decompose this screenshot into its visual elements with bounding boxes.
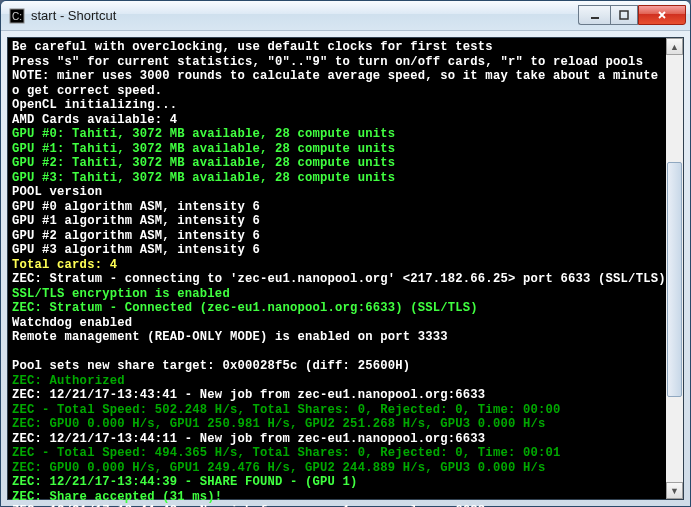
terminal-line: ZEC: GPU0 0.000 H/s, GPU1 250.981 H/s, G… (12, 417, 679, 432)
terminal-output: Be careful with overclocking, use defaul… (8, 38, 683, 507)
app-icon: C: (9, 8, 25, 24)
maximize-button[interactable] (610, 5, 638, 25)
terminal-line: GPU #3 algorithm ASM, intensity 6 (12, 243, 679, 258)
terminal-line: ZEC: Stratum - Connected (zec-eu1.nanopo… (12, 301, 679, 316)
window-title: start - Shortcut (31, 8, 578, 23)
scroll-down-button[interactable]: ▼ (666, 482, 683, 499)
terminal-line: ZEC: 12/21/17-13:44:11 - New job from ze… (12, 432, 679, 447)
scroll-track[interactable] (666, 55, 683, 482)
terminal-line: ZEC - Total Speed: 502.248 H/s, Total Sh… (12, 403, 679, 418)
terminal-line: GPU #3: Tahiti, 3072 MB available, 28 co… (12, 171, 679, 186)
terminal-line: ZEC: GPU0 0.000 H/s, GPU1 249.476 H/s, G… (12, 461, 679, 476)
terminal-line: GPU #2: Tahiti, 3072 MB available, 28 co… (12, 156, 679, 171)
client-area: Be careful with overclocking, use defaul… (7, 37, 684, 500)
terminal-line (12, 345, 679, 360)
terminal-line: GPU #2 algorithm ASM, intensity 6 (12, 229, 679, 244)
vertical-scrollbar[interactable]: ▲ ▼ (666, 38, 683, 499)
terminal-line: Total cards: 4 (12, 258, 679, 273)
minimize-button[interactable] (578, 5, 610, 25)
scroll-thumb[interactable] (667, 162, 682, 397)
app-window: C: start - Shortcut Be careful with over… (0, 0, 691, 507)
terminal-line: GPU #0 algorithm ASM, intensity 6 (12, 200, 679, 215)
terminal-line: OpenCL initializing... (12, 98, 679, 113)
terminal-line: ZEC - Total Speed: 494.365 H/s, Total Sh… (12, 446, 679, 461)
terminal-line: GPU #1 algorithm ASM, intensity 6 (12, 214, 679, 229)
terminal-line: Remote management (READ-ONLY MODE) is en… (12, 330, 679, 345)
terminal-line: ZEC: Stratum - connecting to 'zec-eu1.na… (12, 272, 679, 287)
terminal-line: ZEC: Share accepted (31 ms)! (12, 490, 679, 505)
window-controls (578, 7, 686, 25)
terminal-line: ZEC: 12/21/17-13:44:39 - SHARE FOUND - (… (12, 475, 679, 490)
terminal-line: ZEC: Authorized (12, 374, 679, 389)
scroll-up-button[interactable]: ▲ (666, 38, 683, 55)
terminal-line: GPU #0: Tahiti, 3072 MB available, 28 co… (12, 127, 679, 142)
terminal-line: Be careful with overclocking, use defaul… (12, 40, 679, 55)
terminal-line: Press "s" for current statistics, "0".."… (12, 55, 679, 70)
terminal-line: ZEC: 12/21/17-13:43:41 - New job from ze… (12, 388, 679, 403)
terminal-line: AMD Cards available: 4 (12, 113, 679, 128)
terminal-line: NOTE: miner uses 3000 rounds to calculat… (12, 69, 679, 98)
titlebar[interactable]: C: start - Shortcut (1, 1, 690, 31)
terminal-line: SSL/TLS encryption is enabled (12, 287, 679, 302)
terminal-line: Pool sets new share target: 0x00028f5c (… (12, 359, 679, 374)
terminal-line: GPU #1: Tahiti, 3072 MB available, 28 co… (12, 142, 679, 157)
terminal-line: POOL version (12, 185, 679, 200)
svg-rect-3 (620, 11, 628, 19)
svg-rect-2 (591, 17, 599, 19)
terminal-line: Watchdog enabled (12, 316, 679, 331)
close-button[interactable] (638, 5, 686, 25)
svg-text:C:: C: (12, 11, 22, 22)
